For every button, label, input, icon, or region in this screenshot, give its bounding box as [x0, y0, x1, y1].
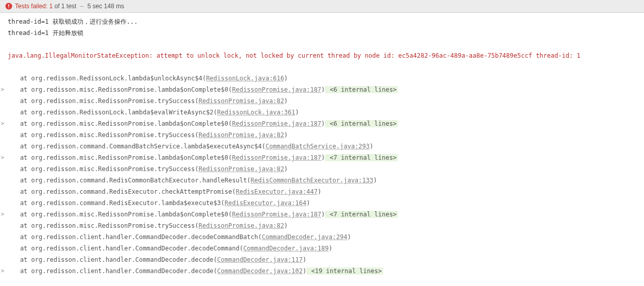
sep: – — [80, 3, 84, 10]
trace-line: at org.redisson.misc.RedissonPromise.lam… — [5, 84, 398, 95]
source-link[interactable]: RedissonPromise.java:187 — [232, 86, 321, 93]
trace-row: > at org.redisson.misc.RedissonPromise.l… — [0, 152, 644, 163]
trace-line: at org.redisson.misc.RedissonPromise.lam… — [5, 209, 398, 220]
trace-line: at org.redisson.client.handler.CommandDe… — [5, 243, 333, 254]
trace-row: at org.redisson.client.handler.CommandDe… — [0, 243, 644, 254]
trace-line: at org.redisson.client.handler.CommandDe… — [5, 265, 383, 277]
trace-line: at org.redisson.command.RedisCommonBatch… — [5, 175, 377, 186]
failed-label: Tests failed: — [15, 3, 47, 10]
internal-lines-badge[interactable]: <7 internal lines> — [325, 211, 397, 218]
trace-row: at org.redisson.command.RedisExecutor.ch… — [0, 186, 644, 197]
trace-row: > at org.redisson.client.handler.Command… — [0, 265, 644, 277]
trace-method: at org.redisson.client.handler.CommandDe… — [5, 267, 217, 275]
console-output: thread-id=1 获取锁成功，进行业务操作... thread-id=1 … — [0, 13, 644, 280]
trace-line: at org.redisson.misc.RedissonPromise.lam… — [5, 152, 398, 163]
trace-row: at org.redisson.misc.RedissonPromise.try… — [0, 220, 644, 231]
source-link[interactable]: RedissonPromise.java:82 — [199, 222, 284, 229]
trace-line: at org.redisson.misc.RedissonPromise.try… — [5, 163, 288, 175]
trace-row: at org.redisson.misc.RedissonPromise.try… — [0, 95, 644, 107]
trace-after: ) — [284, 165, 288, 173]
trace-method: at org.redisson.misc.RedissonPromise.lam… — [5, 154, 232, 161]
trace-line: at org.redisson.command.RedisExecutor.ch… — [5, 186, 321, 197]
source-link[interactable]: RedissonPromise.java:187 — [232, 211, 321, 218]
trace-method: at org.redisson.client.handler.CommandDe… — [5, 245, 243, 252]
source-link[interactable]: RedissonPromise.java:187 — [232, 120, 321, 127]
trace-line: at org.redisson.misc.RedissonPromise.try… — [5, 129, 288, 141]
trace-after: ) — [329, 245, 333, 252]
trace-after: ) — [295, 109, 299, 116]
log-line: thread-id=1 开始释放锁 — [0, 27, 644, 39]
trace-line: at org.redisson.client.handler.CommandDe… — [5, 231, 351, 243]
source-link[interactable]: RedissonPromise.java:82 — [199, 131, 284, 139]
internal-lines-badge[interactable]: <7 internal lines> — [325, 154, 397, 161]
trace-after: ) — [347, 233, 351, 241]
source-link[interactable]: RedissonLock.java:616 — [206, 75, 284, 82]
trace-row: at org.redisson.RedissonLock.lambda$eval… — [0, 107, 644, 118]
expand-toggle[interactable]: > — [0, 84, 5, 95]
trace-after: ) — [318, 188, 321, 195]
trace-after: ) — [284, 75, 288, 82]
trace-method: at org.redisson.command.RedisExecutor.la… — [5, 199, 224, 207]
trace-row: at org.redisson.misc.RedissonPromise.try… — [0, 129, 644, 141]
source-link[interactable]: RedissonPromise.java:82 — [199, 97, 284, 105]
trace-method: at org.redisson.RedissonLock.lambda$eval… — [5, 109, 217, 116]
source-link[interactable]: CommandDecoder.java:102 — [217, 267, 303, 275]
stack-trace: at org.redisson.RedissonLock.lambda$unlo… — [0, 73, 644, 277]
expand-toggle[interactable]: > — [0, 152, 5, 163]
source-link[interactable]: RedisExecutor.java:447 — [236, 188, 318, 195]
trace-row: at org.redisson.RedissonLock.lambda$unlo… — [0, 73, 644, 84]
source-link[interactable]: RedissonLock.java:361 — [217, 109, 295, 116]
trace-method: at org.redisson.misc.RedissonPromise.try… — [5, 222, 199, 229]
trace-method: at org.redisson.client.handler.CommandDe… — [5, 256, 217, 263]
trace-after: ) — [306, 199, 310, 207]
trace-after: ) — [284, 222, 288, 229]
trace-method: at org.redisson.misc.RedissonPromise.try… — [5, 165, 199, 173]
trace-row: > at org.redisson.misc.RedissonPromise.l… — [0, 118, 644, 129]
trace-method: at org.redisson.RedissonLock.lambda$unlo… — [5, 75, 206, 82]
trace-row: at org.redisson.command.RedisCommonBatch… — [0, 175, 644, 186]
trace-method: at org.redisson.client.handler.CommandDe… — [5, 233, 262, 241]
internal-lines-badge[interactable]: <6 internal lines> — [325, 86, 397, 93]
internal-lines-badge[interactable]: <19 internal lines> — [306, 267, 383, 275]
source-link[interactable]: CommandDecoder.java:294 — [262, 233, 347, 241]
trace-after: ) — [370, 143, 373, 150]
trace-line: at org.redisson.RedissonLock.lambda$unlo… — [5, 73, 288, 84]
trace-method: at org.redisson.misc.RedissonPromise.try… — [5, 97, 199, 105]
trace-after: ) — [284, 97, 288, 105]
source-link[interactable]: CommandDecoder.java:189 — [243, 245, 328, 252]
trace-method: at org.redisson.misc.RedissonPromise.lam… — [5, 120, 232, 127]
source-link[interactable]: CommandDecoder.java:117 — [217, 256, 303, 263]
expand-toggle[interactable]: > — [0, 118, 5, 129]
expand-toggle[interactable]: > — [0, 265, 5, 277]
blank-line — [0, 39, 644, 50]
trace-line: at org.redisson.command.RedisExecutor.la… — [5, 197, 310, 209]
source-link[interactable]: RedissonPromise.java:187 — [232, 154, 321, 161]
trace-row: > at org.redisson.misc.RedissonPromise.l… — [0, 209, 644, 220]
expand-toggle[interactable]: > — [0, 209, 5, 220]
internal-lines-badge[interactable]: <6 internal lines> — [325, 120, 397, 127]
trace-method: at org.redisson.misc.RedissonPromise.try… — [5, 131, 199, 139]
trace-method: at org.redisson.command.RedisExecutor.ch… — [5, 188, 236, 195]
source-link[interactable]: CommandBatchService.java:293 — [266, 143, 370, 150]
trace-method: at org.redisson.command.CommandBatchServ… — [5, 143, 266, 150]
fail-icon — [5, 3, 12, 10]
trace-row: at org.redisson.client.handler.CommandDe… — [0, 231, 644, 243]
trace-line: at org.redisson.misc.RedissonPromise.lam… — [5, 118, 398, 129]
source-link[interactable]: RedisExecutor.java:164 — [224, 199, 306, 207]
failed-count: 1 — [49, 3, 53, 10]
trace-line: at org.redisson.client.handler.CommandDe… — [5, 254, 306, 265]
trace-after: ) — [303, 256, 306, 263]
trace-after: ) — [284, 131, 288, 139]
test-summary-text: Tests failed: 1 of 1 test – 5 sec 148 ms — [15, 3, 124, 10]
trace-row: at org.redisson.command.RedisExecutor.la… — [0, 197, 644, 209]
trace-line: at org.redisson.misc.RedissonPromise.try… — [5, 95, 288, 107]
trace-method: at org.redisson.misc.RedissonPromise.lam… — [5, 86, 232, 93]
trace-method: at org.redisson.misc.RedissonPromise.lam… — [5, 211, 232, 218]
trace-row: at org.redisson.client.handler.CommandDe… — [0, 254, 644, 265]
source-link[interactable]: RedissonPromise.java:82 — [199, 165, 284, 173]
svg-rect-2 — [8, 7, 9, 8]
log-line: thread-id=1 获取锁成功，进行业务操作... — [0, 16, 644, 27]
source-link[interactable]: RedisCommonBatchExecutor.java:133 — [251, 177, 373, 184]
exception-message: java.lang.IllegalMonitorStateException: … — [0, 50, 644, 61]
trace-line: at org.redisson.RedissonLock.lambda$eval… — [5, 107, 299, 118]
